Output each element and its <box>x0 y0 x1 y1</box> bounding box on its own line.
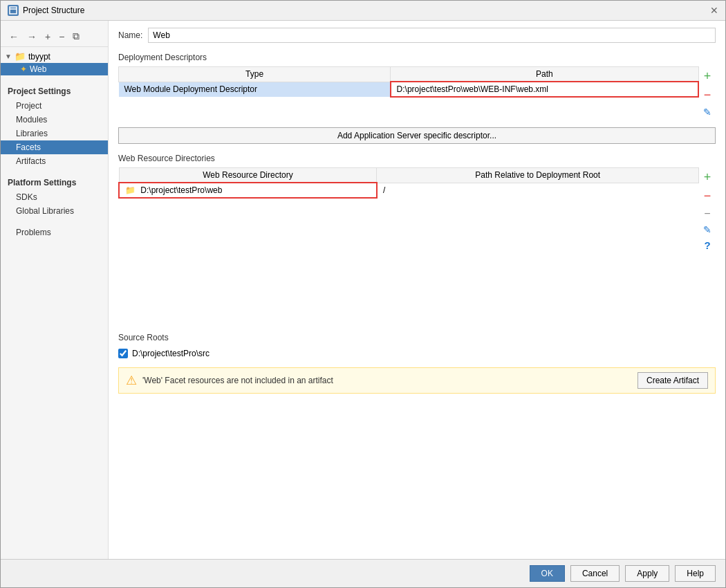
forward-button[interactable]: → <box>24 30 39 44</box>
sidebar-item-modules[interactable]: Modules <box>1 113 108 127</box>
tree-item-web[interactable]: ✦ Web <box>1 63 108 75</box>
sidebar-item-global-libraries[interactable]: Global Libraries <box>1 204 108 218</box>
dd-col-type: Type <box>119 67 391 82</box>
dd-col-path: Path <box>391 67 698 82</box>
warning-icon: ⚠ <box>126 373 137 388</box>
wr-row-0[interactable]: 📁 D:\project\testPro\web / <box>119 183 699 198</box>
dd-row-0[interactable]: Web Module Deployment Descriptor D:\proj… <box>119 82 699 97</box>
source-root-row-0: D:\project\testPro\src <box>118 347 716 360</box>
dd-type-cell: Web Module Deployment Descriptor <box>119 82 391 97</box>
platform-settings-title: Platform Settings <box>1 175 108 190</box>
svg-rect-0 <box>10 7 17 14</box>
web-resource-section: Web Resource Directories Web Resource Di… <box>118 154 716 254</box>
wr-col-relative-path: Path Relative to Deployment Root <box>377 168 699 183</box>
deployment-descriptors-title: Deployment Descriptors <box>118 53 716 62</box>
add-button[interactable]: + <box>42 30 53 44</box>
dd-add-button[interactable]: + <box>702 68 713 85</box>
name-label: Name: <box>118 30 142 40</box>
wr-side-buttons: + − − ✎ ? <box>699 167 716 254</box>
app-icon <box>8 5 19 16</box>
create-artifact-button[interactable]: Create Artifact <box>637 372 708 389</box>
sidebar-item-project[interactable]: Project <box>1 99 108 113</box>
spacer <box>118 264 716 333</box>
ok-button[interactable]: OK <box>530 565 565 582</box>
warning-text: 'Web' Facet resources are not included i… <box>142 376 632 385</box>
deployment-descriptors-section: Type Path Web Module Deployment Descript… <box>118 66 716 120</box>
wr-help-button[interactable]: ? <box>702 238 713 252</box>
apply-button[interactable]: Apply <box>625 565 669 582</box>
wr-edit-button[interactable]: ✎ <box>702 223 713 237</box>
name-row: Name: <box>118 28 716 43</box>
source-roots-title: Source Roots <box>118 333 716 342</box>
sidebar-item-sdks[interactable]: SDKs <box>1 190 108 204</box>
bottom-bar: OK Cancel Apply Help <box>1 559 725 587</box>
remove-button[interactable]: − <box>56 30 67 44</box>
titlebar: Project Structure ✕ <box>1 1 725 21</box>
web-resource-title: Web Resource Directories <box>118 154 716 163</box>
sidebar-toolbar: ← → + − ⧉ <box>1 26 108 47</box>
copy-button[interactable]: ⧉ <box>70 29 82 44</box>
wr-edit-button-1[interactable]: − <box>702 206 713 221</box>
tree-item-project[interactable]: ▼ 📁 tbyypt <box>1 50 108 63</box>
wr-col-directory: Web Resource Directory <box>119 168 377 183</box>
window-title: Project Structure <box>23 6 84 15</box>
main-content: ← → + − ⧉ ▼ 📁 tbyypt ✦ Web Pr <box>1 21 725 559</box>
sidebar: ← → + − ⧉ ▼ 📁 tbyypt ✦ Web Pr <box>1 21 109 559</box>
cancel-button[interactable]: Cancel <box>570 565 620 582</box>
expand-arrow: ▼ <box>5 53 12 60</box>
right-panel: Name: Deployment Descriptors Type Path <box>109 21 725 559</box>
deployment-descriptors-table: Type Path Web Module Deployment Descript… <box>118 66 699 120</box>
project-node-label: tbyypt <box>28 52 50 62</box>
help-button[interactable]: Help <box>675 565 716 582</box>
project-settings-title: Project Settings <box>1 84 108 99</box>
sidebar-item-facets[interactable]: Facets <box>1 140 108 154</box>
sidebar-item-libraries[interactable]: Libraries <box>1 127 108 140</box>
warning-row: ⚠ 'Web' Facet resources are not included… <box>118 367 716 394</box>
sidebar-item-artifacts[interactable]: Artifacts <box>1 154 108 168</box>
dd-side-buttons: + − ✎ <box>699 66 716 120</box>
name-input[interactable] <box>148 28 716 43</box>
dd-edit-button[interactable]: ✎ <box>702 105 713 119</box>
web-resource-table: Web Resource Directory Path Relative to … <box>118 167 699 254</box>
wr-relative-path-cell: / <box>377 183 699 198</box>
folder-small-icon: 📁 <box>125 185 136 195</box>
wr-add-button[interactable]: + <box>702 169 713 186</box>
back-button[interactable]: ← <box>6 30 21 44</box>
dd-path-cell: D:\project\testPro\web\WEB-INF\web.xml <box>391 82 698 97</box>
close-button[interactable]: ✕ <box>710 5 718 16</box>
add-server-descriptor-button[interactable]: Add Application Server specific descript… <box>118 127 716 144</box>
web-resource-table-wrap: Web Resource Directory Path Relative to … <box>118 167 716 254</box>
source-root-checkbox-0[interactable] <box>118 349 128 358</box>
titlebar-left: Project Structure <box>8 5 84 16</box>
source-root-path-0: D:\project\testPro\src <box>132 349 210 358</box>
project-structure-window: Project Structure ✕ ← → + − ⧉ ▼ 📁 tbyypt <box>0 0 726 588</box>
wr-directory-cell: 📁 D:\project\testPro\web <box>119 183 377 198</box>
folder-icon: 📁 <box>15 51 26 62</box>
dd-remove-button[interactable]: − <box>702 86 713 104</box>
source-roots-section: Source Roots D:\project\testPro\src <box>118 333 716 360</box>
sidebar-item-problems[interactable]: Problems <box>1 225 108 240</box>
web-icon: ✦ <box>20 64 27 74</box>
web-node-label: Web <box>30 64 46 74</box>
wr-remove-button[interactable]: − <box>702 187 713 205</box>
project-tree: ▼ 📁 tbyypt ✦ Web <box>1 47 108 78</box>
